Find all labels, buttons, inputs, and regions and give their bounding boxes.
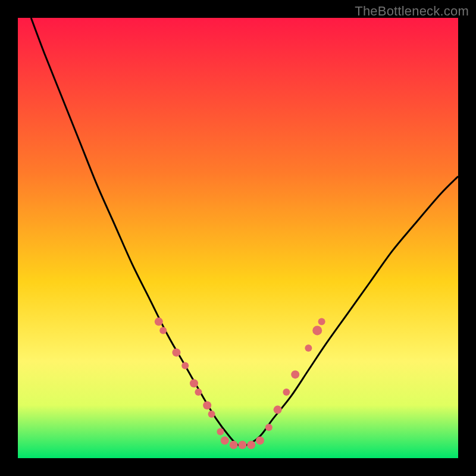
curve-marker: [305, 345, 312, 352]
curve-marker: [172, 348, 180, 356]
curve-marker: [238, 441, 246, 449]
curve-marker: [190, 379, 198, 387]
chart-frame: TheBottleneck.com: [0, 0, 476, 476]
curve-marker: [291, 370, 299, 378]
curve-marker: [203, 401, 211, 409]
curve-marker: [195, 389, 202, 396]
curve-marker: [247, 441, 255, 449]
curve-marker: [256, 436, 264, 444]
plot-background: [18, 18, 458, 458]
curve-marker: [159, 327, 167, 334]
curve-marker: [318, 318, 325, 325]
curve-marker: [283, 389, 290, 396]
curve-marker: [208, 411, 215, 418]
curve-marker: [265, 424, 273, 431]
curve-marker: [217, 428, 224, 436]
bottleneck-chart: [0, 0, 476, 476]
watermark-text: TheBottleneck.com: [355, 4, 469, 19]
curve-marker: [181, 362, 189, 369]
curve-marker: [221, 436, 229, 444]
curve-marker: [230, 441, 238, 449]
curve-marker: [312, 325, 322, 335]
curve-marker: [155, 318, 163, 326]
curve-marker: [274, 406, 282, 414]
